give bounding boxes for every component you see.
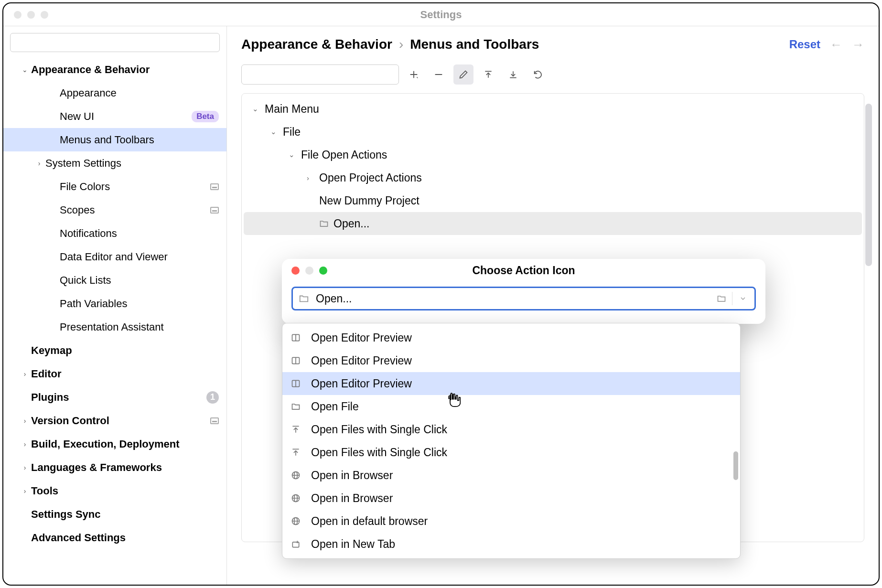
- chevron-icon: ›: [19, 417, 31, 425]
- chevron-icon: ›: [19, 370, 31, 378]
- dropdown-item-label: Open Editor Preview: [311, 377, 412, 390]
- tree-item[interactable]: ›Open Project Actions: [244, 166, 862, 189]
- sidebar-item-label: Appearance & Behavior: [31, 64, 219, 76]
- globe-icon: [291, 493, 311, 503]
- dropdown-toggle-button[interactable]: [734, 290, 752, 307]
- scrollbar[interactable]: [865, 104, 872, 266]
- dropdown-item-label: Open Files with Single Click: [311, 423, 447, 436]
- sidebar-item-label: Menus and Toolbars: [60, 134, 219, 146]
- sidebar-item[interactable]: New UIBeta: [3, 105, 226, 128]
- icon-dropdown: Open Editor PreviewOpen Editor PreviewOp…: [282, 323, 741, 559]
- dropdown-item[interactable]: Open File: [282, 395, 740, 418]
- sidebar-item[interactable]: Advanced Settings: [3, 526, 226, 549]
- edit-button[interactable]: [453, 64, 473, 85]
- dropdown-item[interactable]: Open Editor Preview: [282, 326, 740, 349]
- sidebar-item[interactable]: ›System Settings: [3, 151, 226, 175]
- dropdown-item[interactable]: Open in Browser: [282, 464, 740, 487]
- layout-icon: [291, 379, 311, 388]
- sidebar-item[interactable]: ›Tools: [3, 479, 226, 502]
- sidebar-item-label: Notifications: [60, 227, 219, 240]
- sidebar-item[interactable]: ›Editor: [3, 362, 226, 385]
- dialog-minimize-icon[interactable]: [305, 267, 313, 275]
- dropdown-item[interactable]: Open Files with Single Click: [282, 418, 740, 441]
- tree-item[interactable]: ⌄File Open Actions: [244, 143, 862, 166]
- sidebar-item[interactable]: Settings Sync: [3, 502, 226, 526]
- sidebar-search-input[interactable]: [10, 33, 220, 52]
- sidebar-item[interactable]: Presentation Assistant: [3, 315, 226, 339]
- sidebar-item[interactable]: Quick Lists: [3, 268, 226, 292]
- close-window-icon[interactable]: [14, 11, 22, 19]
- dropdown-item[interactable]: Open Editor Preview: [282, 372, 740, 395]
- sidebar-item-label: Appearance: [60, 87, 219, 99]
- sidebar-item[interactable]: Plugins1: [3, 385, 226, 409]
- chevron-icon: ›: [19, 487, 31, 495]
- tree-item-label: File: [283, 126, 301, 139]
- dialog-maximize-icon[interactable]: [319, 267, 327, 275]
- sidebar-item-label: Scopes: [60, 204, 210, 216]
- tree-item[interactable]: New Dummy Project: [244, 189, 862, 212]
- tree-item-label: Open...: [333, 217, 369, 230]
- tree-item[interactable]: ⌄File: [244, 120, 862, 143]
- dropdown-item[interactable]: Open Files with Single Click: [282, 441, 740, 464]
- sidebar-item-label: File Colors: [60, 181, 210, 193]
- sidebar-item-label: Tools: [31, 485, 219, 497]
- tree-item[interactable]: ⌄Main Menu: [244, 97, 862, 120]
- sidebar-item[interactable]: ›Build, Execution, Deployment: [3, 432, 226, 456]
- icon-search-input[interactable]: [316, 292, 713, 305]
- dropdown-item[interactable]: Open Editor Preview: [282, 349, 740, 372]
- dropdown-scrollbar[interactable]: [733, 451, 738, 480]
- browse-folder-button[interactable]: [713, 290, 730, 307]
- sidebar-item-label: Presentation Assistant: [60, 321, 219, 333]
- menus-toolbar: [241, 64, 864, 85]
- count-badge: 1: [206, 391, 219, 404]
- remove-button[interactable]: [429, 64, 449, 85]
- sidebar-item[interactable]: Path Variables: [3, 292, 226, 315]
- reset-link[interactable]: Reset: [789, 38, 820, 51]
- settings-sidebar: ⌄Appearance & BehaviorAppearanceNew UIBe…: [3, 26, 227, 585]
- folder-icon: [319, 219, 333, 228]
- sidebar-item-label: Path Variables: [60, 298, 219, 310]
- sidebar-item[interactable]: File Colors: [3, 175, 226, 198]
- move-up-button[interactable]: [478, 64, 498, 85]
- back-arrow-icon[interactable]: ←: [830, 37, 842, 52]
- sidebar-item-label: Keymap: [31, 344, 219, 357]
- dialog-close-icon[interactable]: [291, 267, 300, 275]
- toolbar-search-input[interactable]: [241, 64, 399, 85]
- dropdown-item-label: Open File: [311, 400, 359, 413]
- restore-button[interactable]: [528, 64, 548, 85]
- sidebar-item[interactable]: Menus and Toolbars: [3, 128, 226, 151]
- dropdown-item-label: Open Editor Preview: [311, 354, 412, 367]
- sidebar-item[interactable]: Notifications: [3, 222, 226, 245]
- dropdown-item-label: Open in New Tab: [311, 538, 395, 551]
- tree-item-label: New Dummy Project: [319, 194, 419, 207]
- sidebar-item[interactable]: ⌄Appearance & Behavior: [3, 58, 226, 81]
- chevron-icon: ›: [19, 464, 31, 471]
- arrow-top-icon: [291, 425, 311, 434]
- sidebar-item[interactable]: Appearance: [3, 81, 226, 105]
- dropdown-item-label: Open in Browser: [311, 469, 393, 482]
- add-button[interactable]: [404, 64, 424, 85]
- tree-item[interactable]: Open...: [244, 212, 862, 235]
- dropdown-item[interactable]: Open in default browser: [282, 510, 740, 533]
- sidebar-item-label: Advanced Settings: [31, 532, 219, 544]
- sidebar-item[interactable]: ›Version Control: [3, 409, 226, 432]
- breadcrumb: Appearance & Behavior › Menus and Toolba…: [241, 37, 539, 52]
- minimize-window-icon[interactable]: [27, 11, 35, 19]
- move-down-button[interactable]: [503, 64, 523, 85]
- beta-badge: Beta: [192, 111, 219, 122]
- project-scope-icon: [210, 183, 219, 190]
- sidebar-item-label: Editor: [31, 368, 219, 380]
- sidebar-item-label: Quick Lists: [60, 274, 219, 287]
- chevron-icon: ⌄: [19, 66, 31, 74]
- sidebar-item[interactable]: ›Languages & Frameworks: [3, 456, 226, 479]
- dropdown-item[interactable]: Open in Browser: [282, 487, 740, 510]
- maximize-window-icon[interactable]: [41, 11, 48, 19]
- breadcrumb-separator: ›: [399, 37, 403, 52]
- dropdown-item[interactable]: Open in New Tab: [282, 533, 740, 556]
- sidebar-item[interactable]: Scopes: [3, 198, 226, 222]
- sidebar-item[interactable]: Keymap: [3, 339, 226, 362]
- sidebar-item-label: New UI: [60, 110, 187, 123]
- folder-icon: [291, 402, 311, 411]
- sidebar-item[interactable]: Data Editor and Viewer: [3, 245, 226, 268]
- forward-arrow-icon[interactable]: →: [852, 37, 864, 52]
